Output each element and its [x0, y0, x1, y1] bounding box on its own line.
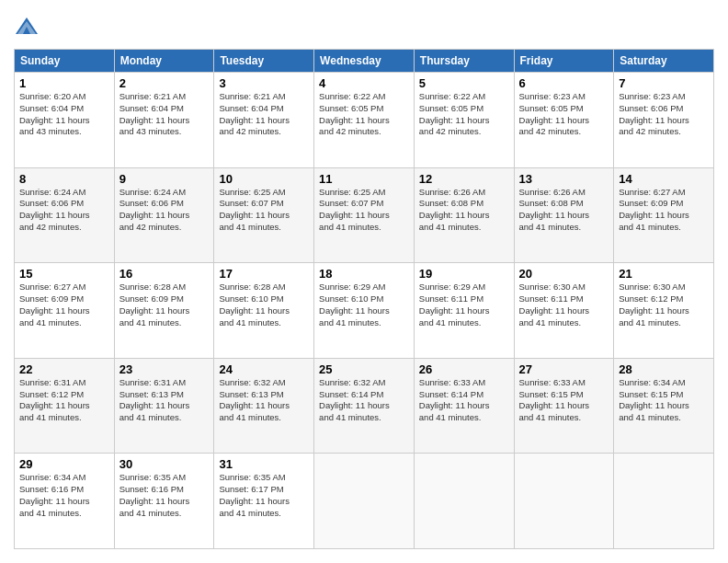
day-info: Sunrise: 6:26 AM Sunset: 6:08 PM Dayligh…: [419, 187, 509, 234]
calendar-cell: 9Sunrise: 6:24 AM Sunset: 6:06 PM Daylig…: [114, 167, 214, 263]
day-number: 30: [119, 457, 210, 471]
calendar-cell: 2Sunrise: 6:21 AM Sunset: 6:04 PM Daylig…: [114, 73, 214, 168]
col-header-wednesday: Wednesday: [314, 50, 415, 73]
day-info: Sunrise: 6:34 AM Sunset: 6:15 PM Dayligh…: [619, 377, 709, 424]
calendar-cell: [514, 454, 614, 549]
calendar-cell: 1Sunrise: 6:20 AM Sunset: 6:04 PM Daylig…: [15, 73, 115, 168]
col-header-thursday: Thursday: [414, 50, 514, 73]
calendar-week-row: 8Sunrise: 6:24 AM Sunset: 6:06 PM Daylig…: [15, 167, 714, 263]
calendar-cell: 25Sunrise: 6:32 AM Sunset: 6:14 PM Dayli…: [314, 358, 415, 454]
calendar-cell: 17Sunrise: 6:28 AM Sunset: 6:10 PM Dayli…: [214, 263, 314, 359]
day-number: 3: [219, 76, 309, 90]
calendar-cell: 8Sunrise: 6:24 AM Sunset: 6:06 PM Daylig…: [15, 167, 115, 263]
calendar-cell: 4Sunrise: 6:22 AM Sunset: 6:05 PM Daylig…: [314, 73, 415, 168]
day-number: 13: [519, 172, 609, 186]
day-number: 16: [119, 267, 210, 281]
logo-icon: [14, 14, 40, 40]
day-number: 9: [119, 172, 210, 186]
day-info: Sunrise: 6:23 AM Sunset: 6:05 PM Dayligh…: [519, 91, 609, 138]
day-info: Sunrise: 6:32 AM Sunset: 6:14 PM Dayligh…: [319, 377, 409, 424]
calendar-cell: 18Sunrise: 6:29 AM Sunset: 6:10 PM Dayli…: [314, 263, 415, 359]
calendar-cell: 21Sunrise: 6:30 AM Sunset: 6:12 PM Dayli…: [614, 263, 714, 359]
col-header-monday: Monday: [114, 50, 214, 73]
day-info: Sunrise: 6:25 AM Sunset: 6:07 PM Dayligh…: [319, 187, 409, 234]
logo: [14, 14, 43, 40]
calendar-cell: 19Sunrise: 6:29 AM Sunset: 6:11 PM Dayli…: [414, 263, 514, 359]
calendar-cell: 28Sunrise: 6:34 AM Sunset: 6:15 PM Dayli…: [614, 358, 714, 454]
day-info: Sunrise: 6:23 AM Sunset: 6:06 PM Dayligh…: [619, 91, 709, 138]
day-number: 11: [319, 172, 409, 186]
calendar-cell: 24Sunrise: 6:32 AM Sunset: 6:13 PM Dayli…: [214, 358, 314, 454]
header: [14, 14, 714, 40]
day-info: Sunrise: 6:29 AM Sunset: 6:10 PM Dayligh…: [319, 282, 409, 328]
calendar-table: SundayMondayTuesdayWednesdayThursdayFrid…: [14, 49, 714, 549]
calendar-cell: 5Sunrise: 6:22 AM Sunset: 6:05 PM Daylig…: [414, 73, 514, 168]
day-info: Sunrise: 6:32 AM Sunset: 6:13 PM Dayligh…: [219, 377, 309, 424]
day-info: Sunrise: 6:25 AM Sunset: 6:07 PM Dayligh…: [219, 187, 309, 234]
calendar-cell: [314, 454, 415, 549]
calendar-cell: 23Sunrise: 6:31 AM Sunset: 6:13 PM Dayli…: [114, 358, 214, 454]
calendar-cell: 30Sunrise: 6:35 AM Sunset: 6:16 PM Dayli…: [114, 454, 214, 549]
day-info: Sunrise: 6:21 AM Sunset: 6:04 PM Dayligh…: [219, 91, 309, 138]
day-number: 29: [19, 457, 109, 471]
calendar-cell: 11Sunrise: 6:25 AM Sunset: 6:07 PM Dayli…: [314, 167, 415, 263]
calendar-cell: 6Sunrise: 6:23 AM Sunset: 6:05 PM Daylig…: [514, 73, 614, 168]
day-number: 12: [419, 172, 509, 186]
day-info: Sunrise: 6:20 AM Sunset: 6:04 PM Dayligh…: [19, 91, 109, 138]
day-info: Sunrise: 6:28 AM Sunset: 6:09 PM Dayligh…: [119, 282, 210, 328]
day-info: Sunrise: 6:27 AM Sunset: 6:09 PM Dayligh…: [619, 187, 709, 234]
day-number: 4: [319, 76, 409, 90]
day-info: Sunrise: 6:22 AM Sunset: 6:05 PM Dayligh…: [419, 91, 509, 138]
calendar-cell: 7Sunrise: 6:23 AM Sunset: 6:06 PM Daylig…: [614, 73, 714, 168]
day-number: 6: [519, 76, 609, 90]
day-number: 7: [619, 76, 709, 90]
calendar-cell: 15Sunrise: 6:27 AM Sunset: 6:09 PM Dayli…: [15, 263, 115, 359]
day-number: 18: [319, 267, 409, 281]
calendar-cell: 14Sunrise: 6:27 AM Sunset: 6:09 PM Dayli…: [614, 167, 714, 263]
day-number: 14: [619, 172, 709, 186]
col-header-sunday: Sunday: [15, 50, 115, 73]
calendar-cell: 29Sunrise: 6:34 AM Sunset: 6:16 PM Dayli…: [15, 454, 115, 549]
calendar-cell: 26Sunrise: 6:33 AM Sunset: 6:14 PM Dayli…: [414, 358, 514, 454]
day-number: 21: [619, 267, 709, 281]
day-info: Sunrise: 6:24 AM Sunset: 6:06 PM Dayligh…: [119, 187, 210, 234]
day-info: Sunrise: 6:30 AM Sunset: 6:11 PM Dayligh…: [519, 282, 609, 328]
col-header-tuesday: Tuesday: [214, 50, 314, 73]
calendar-cell: 16Sunrise: 6:28 AM Sunset: 6:09 PM Dayli…: [114, 263, 214, 359]
calendar-cell: [614, 454, 714, 549]
calendar-cell: 27Sunrise: 6:33 AM Sunset: 6:15 PM Dayli…: [514, 358, 614, 454]
calendar-week-row: 22Sunrise: 6:31 AM Sunset: 6:12 PM Dayli…: [15, 358, 714, 454]
day-info: Sunrise: 6:26 AM Sunset: 6:08 PM Dayligh…: [519, 187, 609, 234]
calendar-page: SundayMondayTuesdayWednesdayThursdayFrid…: [0, 0, 728, 563]
day-info: Sunrise: 6:33 AM Sunset: 6:15 PM Dayligh…: [519, 377, 609, 424]
day-number: 24: [219, 362, 309, 376]
day-info: Sunrise: 6:22 AM Sunset: 6:05 PM Dayligh…: [319, 91, 409, 138]
day-number: 8: [19, 172, 109, 186]
day-number: 2: [119, 76, 210, 90]
day-number: 10: [219, 172, 309, 186]
day-info: Sunrise: 6:29 AM Sunset: 6:11 PM Dayligh…: [419, 282, 509, 328]
day-number: 25: [319, 362, 409, 376]
day-info: Sunrise: 6:31 AM Sunset: 6:12 PM Dayligh…: [19, 377, 109, 424]
calendar-cell: 10Sunrise: 6:25 AM Sunset: 6:07 PM Dayli…: [214, 167, 314, 263]
day-number: 19: [419, 267, 509, 281]
day-number: 20: [519, 267, 609, 281]
day-info: Sunrise: 6:24 AM Sunset: 6:06 PM Dayligh…: [19, 187, 109, 234]
day-number: 23: [119, 362, 210, 376]
day-number: 26: [419, 362, 509, 376]
day-number: 27: [519, 362, 609, 376]
day-info: Sunrise: 6:33 AM Sunset: 6:14 PM Dayligh…: [419, 377, 509, 424]
day-number: 22: [19, 362, 109, 376]
day-info: Sunrise: 6:21 AM Sunset: 6:04 PM Dayligh…: [119, 91, 210, 138]
calendar-cell: 22Sunrise: 6:31 AM Sunset: 6:12 PM Dayli…: [15, 358, 115, 454]
day-info: Sunrise: 6:27 AM Sunset: 6:09 PM Dayligh…: [19, 282, 109, 328]
calendar-week-row: 15Sunrise: 6:27 AM Sunset: 6:09 PM Dayli…: [15, 263, 714, 359]
calendar-week-row: 1Sunrise: 6:20 AM Sunset: 6:04 PM Daylig…: [15, 73, 714, 168]
calendar-cell: 13Sunrise: 6:26 AM Sunset: 6:08 PM Dayli…: [514, 167, 614, 263]
day-number: 28: [619, 362, 709, 376]
day-info: Sunrise: 6:31 AM Sunset: 6:13 PM Dayligh…: [119, 377, 210, 424]
day-number: 31: [219, 457, 309, 471]
calendar-cell: [414, 454, 514, 549]
day-number: 17: [219, 267, 309, 281]
col-header-saturday: Saturday: [614, 50, 714, 73]
